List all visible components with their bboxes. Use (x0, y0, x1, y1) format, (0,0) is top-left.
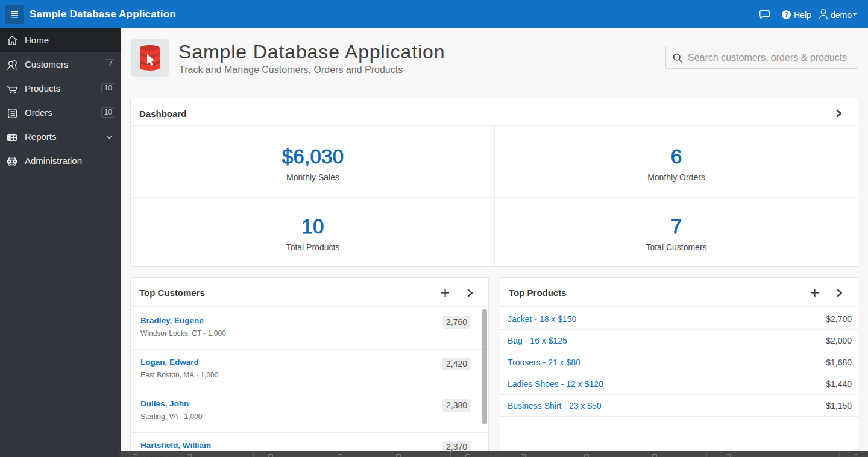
svg-text:?: ? (784, 11, 788, 18)
